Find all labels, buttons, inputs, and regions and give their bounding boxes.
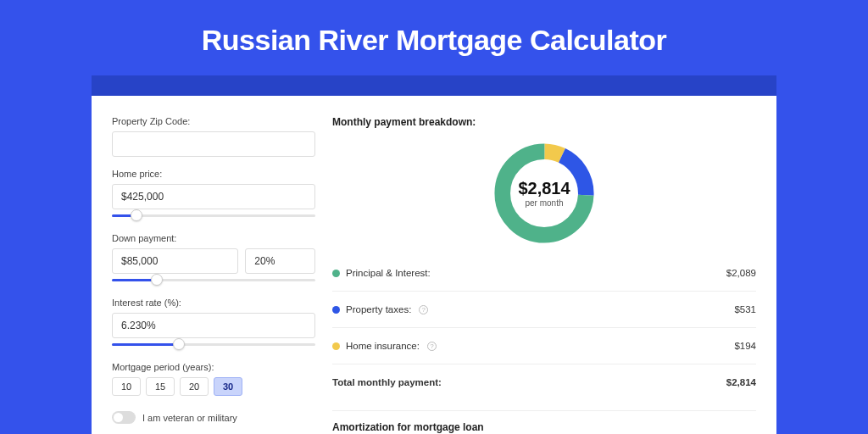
zip-input[interactable] [112,131,315,157]
legend-amount: $531 [734,304,756,314]
legend-dot-icon [332,270,340,277]
legend-row-principal: Principal & Interest: $2,089 [332,260,756,286]
amortization-section: Amortization for mortgage loan Amortizat… [332,410,756,434]
legend-dot-icon [332,306,340,314]
veteran-toggle[interactable] [112,411,136,424]
header-ribbon [92,75,776,96]
input-panel: Property Zip Code: Home price: Down paym… [112,116,315,434]
legend-row-insurance: Home insurance: ? $194 [332,333,756,359]
results-panel: Monthly payment breakdown: $2,814 per mo… [332,116,756,434]
down-payment-field: Down payment: [112,233,315,286]
period-button-15[interactable]: 15 [146,377,175,396]
legend-label: Property taxes: [346,304,411,314]
info-icon[interactable]: ? [419,305,428,314]
period-button-20[interactable]: 20 [180,377,209,396]
breakdown-title: Monthly payment breakdown: [332,116,756,128]
down-payment-percent-input[interactable] [245,248,315,274]
down-payment-slider[interactable] [112,275,315,286]
total-label: Total monthly payment: [332,377,442,387]
interest-label: Interest rate (%): [112,298,315,308]
veteran-row: I am veteran or military [112,411,315,424]
donut-amount: $2,814 [518,179,570,198]
interest-field: Interest rate (%): [112,298,315,350]
donut-chart: $2,814 per month [489,138,599,248]
donut-chart-wrap: $2,814 per month [332,138,756,248]
down-payment-label: Down payment: [112,233,315,243]
divider [332,327,756,328]
period-label: Mortgage period (years): [112,362,315,372]
period-button-30[interactable]: 30 [214,377,242,396]
home-price-label: Home price: [112,169,315,179]
page-title: Russian River Mortgage Calculator [0,0,868,75]
legend-label: Principal & Interest: [346,268,431,278]
home-price-slider[interactable] [112,211,315,221]
slider-thumb[interactable] [131,209,142,221]
slider-thumb[interactable] [173,338,185,350]
veteran-label: I am veteran or military [142,413,237,423]
period-button-10[interactable]: 10 [112,377,141,396]
interest-input[interactable] [112,313,315,338]
legend-label: Home insurance: [346,341,420,351]
period-field: Mortgage period (years): 10 15 20 30 [112,362,315,396]
zip-label: Property Zip Code: [112,116,315,126]
home-price-input[interactable] [112,184,315,209]
calculator-card: Property Zip Code: Home price: Down paym… [92,96,776,434]
amortization-title: Amortization for mortgage loan [332,421,756,433]
period-button-group: 10 15 20 30 [112,377,315,396]
legend-row-taxes: Property taxes: ? $531 [332,297,756,322]
legend-amount: $2,089 [726,268,756,278]
interest-slider[interactable] [112,340,315,350]
donut-center: $2,814 per month [518,179,570,208]
down-payment-amount-input[interactable] [112,248,238,274]
legend-amount: $194 [734,341,756,351]
home-price-field: Home price: [112,169,315,221]
divider [332,364,756,364]
info-icon[interactable]: ? [427,342,437,351]
legend-row-total: Total monthly payment: $2,814 [332,370,756,395]
slider-thumb[interactable] [151,274,163,286]
donut-sub: per month [518,198,570,208]
legend-dot-icon [332,342,340,350]
divider [332,291,756,292]
total-amount: $2,814 [726,377,756,387]
zip-field: Property Zip Code: [112,116,315,157]
